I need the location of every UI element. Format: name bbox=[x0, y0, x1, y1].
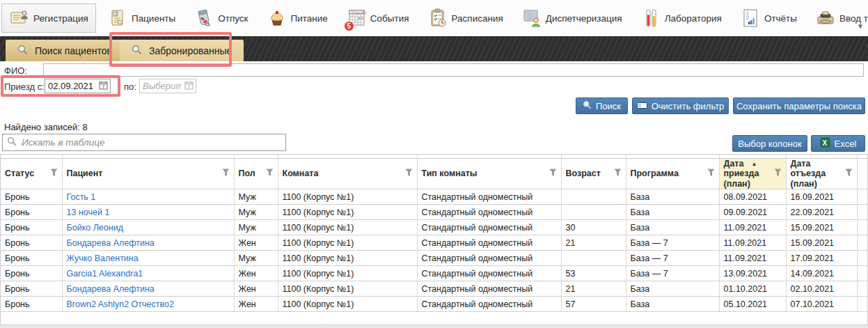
filter-funnel-icon[interactable] bbox=[50, 169, 58, 179]
cell-patient: Бойко Леонид bbox=[62, 220, 234, 235]
filter-funnel-icon[interactable] bbox=[266, 169, 274, 179]
filter-funnel-icon[interactable] bbox=[614, 169, 622, 179]
toolbar-item-dispatch[interactable]: Диспетчеризация bbox=[514, 3, 629, 33]
patients-icon: 2 bbox=[107, 8, 128, 29]
patient-link[interactable]: 13 ночей 1 bbox=[67, 208, 110, 217]
calendar-icon[interactable]: 7 bbox=[184, 80, 194, 93]
column-header-arrival-date[interactable]: ▲Дата приезда (план) bbox=[719, 159, 786, 189]
table-row[interactable]: Бронь Garcia1 Alexandra1 Жен 1100 (Корпу… bbox=[1, 266, 868, 281]
cell-room: 1100 (Корпус №1) bbox=[278, 281, 417, 297]
toolbar-item-vacation[interactable]: Отпуск bbox=[187, 3, 255, 33]
toolbar-item-patients[interactable]: 2 Пациенты bbox=[100, 3, 182, 33]
cell-status: Бронь bbox=[1, 220, 62, 235]
text-entry-icon bbox=[815, 8, 836, 29]
column-header-status[interactable]: Статус bbox=[1, 159, 62, 189]
toolbar-item-reports[interactable]: Отчёты bbox=[733, 3, 804, 33]
cell-status: Бронь bbox=[1, 281, 62, 297]
patient-link[interactable]: Бойко Леонид bbox=[67, 223, 123, 233]
cell-arrival-date: 11.09.2021 bbox=[719, 235, 786, 251]
table-row[interactable]: Бронь 13 ночей 1 Муж 1100 (Корпус №1) Ст… bbox=[1, 205, 868, 220]
cell-room-type: Стандартный одноместный bbox=[417, 235, 561, 251]
excel-icon: X bbox=[820, 137, 830, 150]
table-row[interactable]: Бронь Бондарева Алефтина Жен 1100 (Корпу… bbox=[1, 235, 868, 251]
filter-funnel-icon[interactable] bbox=[222, 169, 230, 179]
patient-link[interactable]: Бондарева Алефтина bbox=[67, 284, 155, 294]
filter-funnel-icon[interactable] bbox=[405, 169, 413, 179]
reports-icon bbox=[740, 8, 761, 29]
column-header-gender[interactable]: Пол bbox=[234, 159, 278, 189]
cell-departure-date: 07.10.2021 bbox=[786, 297, 857, 312]
patient-link[interactable]: Гость 1 bbox=[67, 192, 96, 202]
clear-filter-icon bbox=[637, 101, 647, 111]
table-row[interactable]: Бронь Brown2 Ashlyn2 Отчество2 Жен 1100 … bbox=[1, 297, 868, 312]
toolbar-overflow-icon[interactable]: ▼ bbox=[857, 22, 864, 30]
excel-export-button[interactable]: X Excel bbox=[811, 135, 865, 152]
toolbar-item-registration[interactable]: Регистрация bbox=[1, 3, 96, 33]
cell-filler bbox=[857, 235, 868, 251]
cell-room: 1100 (Корпус №1) bbox=[278, 235, 417, 251]
patient-link[interactable]: Brown2 Ashlyn2 Отчество2 bbox=[67, 299, 174, 309]
choose-columns-button[interactable]: Выбор колонок bbox=[732, 135, 807, 152]
arrival-to-input[interactable]: 7 bbox=[139, 79, 196, 93]
cell-arrival-date: 05.10.2021 bbox=[719, 297, 786, 312]
column-header-room[interactable]: Комната bbox=[278, 159, 417, 189]
column-header-patient[interactable]: Пациент bbox=[62, 159, 234, 189]
events-icon: 12 мая 2021 5 bbox=[346, 8, 367, 29]
tab-booked[interactable]: Забронированные bbox=[120, 40, 244, 61]
save-search-params-button[interactable]: Сохранить параметры поиска bbox=[733, 97, 865, 114]
patient-link[interactable]: Garcia1 Alexandra1 bbox=[67, 269, 143, 279]
cell-room: 1100 (Корпус №1) bbox=[278, 205, 417, 220]
search-button[interactable]: Поиск bbox=[576, 97, 628, 114]
arrival-to-value[interactable] bbox=[140, 79, 184, 93]
toolbar-item-laboratory[interactable]: Лаборатория bbox=[633, 3, 729, 33]
cell-program: База bbox=[626, 297, 719, 312]
cell-patient: 13 ночей 1 bbox=[62, 205, 234, 220]
registration-icon bbox=[9, 8, 30, 29]
fio-input[interactable] bbox=[43, 63, 864, 77]
cell-room: 1100 (Корпус №1) bbox=[278, 220, 417, 235]
filter-funnel-icon[interactable] bbox=[845, 169, 853, 179]
table-row[interactable]: Бронь Гость 1 Муж 1100 (Корпус №1) Станд… bbox=[1, 189, 868, 205]
column-header-age[interactable]: Возраст bbox=[561, 159, 626, 189]
cell-age: 21 bbox=[561, 235, 626, 251]
table-body: Бронь Гость 1 Муж 1100 (Корпус №1) Станд… bbox=[1, 189, 868, 312]
cell-program: База — 7 bbox=[626, 266, 719, 281]
schedules-icon bbox=[427, 8, 448, 29]
cell-gender: Муж bbox=[234, 205, 278, 220]
filter-funnel-icon[interactable] bbox=[707, 169, 715, 179]
cell-program: База — 7 bbox=[626, 251, 719, 266]
table-row[interactable]: Бронь Жучко Валентина Муж 1100 (Корпус №… bbox=[1, 251, 868, 266]
column-header-room-type[interactable]: Тип комнаты bbox=[417, 159, 561, 189]
table-row[interactable]: Бронь Бондарева Алефтина Жен 1100 (Корпу… bbox=[1, 281, 868, 297]
choose-columns-label: Выбор колонок bbox=[738, 139, 801, 149]
tab-patient-search[interactable]: Поиск пациентов bbox=[6, 40, 124, 61]
cell-gender: Жен bbox=[234, 235, 278, 251]
arrival-from-value[interactable] bbox=[45, 79, 99, 93]
magnifier-icon bbox=[132, 45, 143, 57]
table-row[interactable]: Бронь Бойко Леонид Муж 1100 (Корпус №1) … bbox=[1, 220, 868, 235]
arrival-from-input[interactable]: 7 bbox=[45, 79, 111, 93]
patient-link[interactable]: Бондарева Алефтина bbox=[67, 238, 155, 248]
horizontal-scrollbar[interactable] bbox=[0, 325, 868, 328]
clear-filter-button[interactable]: Очистить фильтр bbox=[632, 97, 729, 114]
table-search-box[interactable] bbox=[2, 134, 286, 151]
calendar-icon[interactable]: 7 bbox=[99, 80, 109, 93]
cell-age: 21 bbox=[561, 281, 626, 297]
cell-room: 1100 (Корпус №1) bbox=[278, 251, 417, 266]
cell-status: Бронь bbox=[1, 266, 62, 281]
cell-filler bbox=[857, 281, 868, 297]
filter-funnel-icon[interactable] bbox=[774, 169, 782, 179]
column-header-departure-date[interactable]: Дата отъезда (план) bbox=[786, 159, 857, 189]
cell-patient: Garcia1 Alexandra1 bbox=[62, 266, 234, 281]
toolbar-item-events[interactable]: 12 мая 2021 5 События bbox=[339, 3, 416, 33]
cell-age: 57 bbox=[561, 297, 626, 312]
cell-arrival-date: 13.09.2021 bbox=[719, 266, 786, 281]
toolbar-item-nutrition[interactable]: Питание bbox=[260, 3, 335, 33]
toolbar-item-schedules[interactable]: Расписания bbox=[420, 3, 510, 33]
column-header-program[interactable]: Программа bbox=[626, 159, 719, 189]
cell-age bbox=[561, 205, 626, 220]
table-search-input[interactable] bbox=[22, 137, 281, 148]
cell-status: Бронь bbox=[1, 189, 62, 205]
filter-funnel-icon[interactable] bbox=[549, 169, 557, 179]
patient-link[interactable]: Жучко Валентина bbox=[67, 253, 139, 263]
